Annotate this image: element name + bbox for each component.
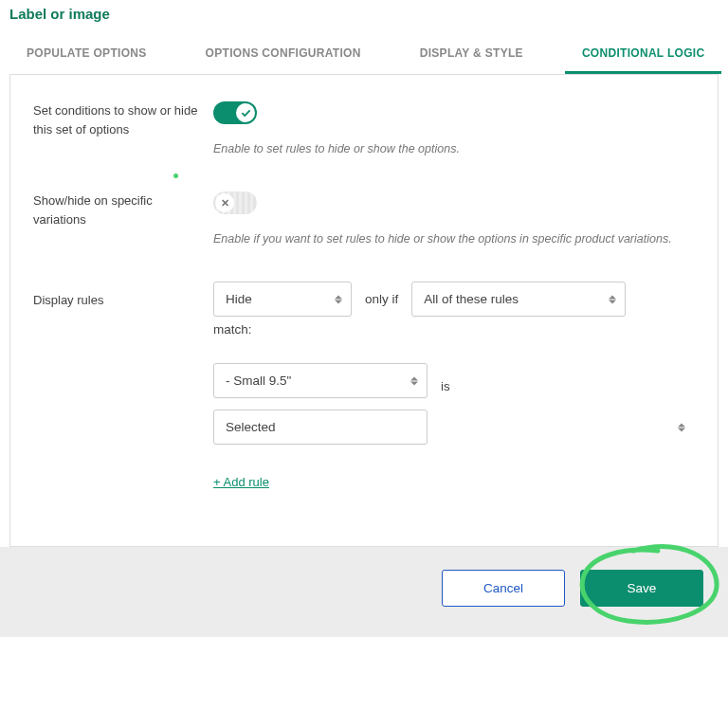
close-icon: ✕ [215,193,234,212]
chevron-updown-icon [678,423,685,431]
page-title: Label or image [9,0,719,35]
variations-label: Show/hide on specific variations [33,191,213,228]
display-rules-label: Display rules [33,282,213,310]
dot-icon [173,173,178,178]
match-text: match: [213,322,695,337]
variations-help: Enable if you want to set rules to hide … [213,232,695,246]
action-select-wrap: Hide [213,282,352,317]
is-text: is [441,379,450,393]
tab-populate-options[interactable]: POPULATE OPTIONS [9,35,164,74]
set-conditions-label: Set conditions to show or hide this set … [33,101,213,138]
condition-option-select[interactable]: - Small 9.5" [213,363,428,398]
variations-toggle[interactable]: ✕ [213,191,257,214]
add-rule-link[interactable]: + Add rule [213,475,269,489]
tab-display-style[interactable]: DISPLAY & STYLE [403,35,540,74]
scope-select[interactable]: All of these rules [411,282,626,317]
panel-conditional-logic: Set conditions to show or hide this set … [9,75,719,547]
set-conditions-toggle[interactable] [213,101,257,124]
condition-state-select[interactable]: Selected [213,410,428,445]
tab-bar: POPULATE OPTIONS OPTIONS CONFIGURATION D… [9,35,719,75]
only-if-text: only if [365,292,398,306]
action-select[interactable]: Hide [213,282,352,317]
scope-select-wrap: All of these rules [411,282,626,317]
tab-conditional-logic[interactable]: CONDITIONAL LOGIC [565,35,722,74]
set-conditions-help: Enable to set rules to hide or show the … [213,142,695,155]
save-button[interactable]: Save [580,570,703,607]
footer-bar: Cancel Save [0,547,728,637]
tab-options-configuration[interactable]: OPTIONS CONFIGURATION [189,35,378,74]
check-icon [236,103,255,122]
cancel-button[interactable]: Cancel [442,570,565,607]
